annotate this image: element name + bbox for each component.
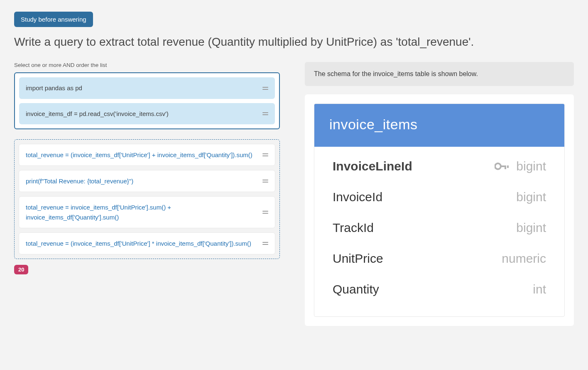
column-type: bigint bbox=[516, 190, 546, 204]
selected-options-box[interactable]: import pandas as pd invoice_items_df = p… bbox=[14, 72, 280, 129]
available-option[interactable]: total_revenue = (invoice_items_df['UnitP… bbox=[19, 144, 275, 166]
schema-column-row: Quantity int bbox=[314, 274, 564, 305]
instruction-text: Select one or more AND order the list bbox=[14, 62, 280, 68]
question-title: Write a query to extract total revenue (… bbox=[14, 35, 574, 49]
drag-handle-icon[interactable] bbox=[262, 180, 268, 183]
schema-column-row: InvoiceId bigint bbox=[314, 182, 564, 212]
available-option[interactable]: print(f"Total Revenue: {total_revenue}") bbox=[19, 170, 275, 192]
column-type: bigint bbox=[516, 221, 546, 235]
schema-table-name: invoice_items bbox=[314, 104, 564, 147]
available-options-box[interactable]: total_revenue = (invoice_items_df['UnitP… bbox=[14, 139, 280, 259]
svg-rect-2 bbox=[505, 165, 506, 169]
primary-key-icon bbox=[495, 162, 510, 170]
available-option[interactable]: total_revenue = invoice_items_df['UnitPr… bbox=[19, 196, 275, 228]
schema-columns: InvoiceLineId bigint InvoiceId bigint Tr… bbox=[314, 147, 564, 316]
schema-note: The schema for the invoice_items table i… bbox=[305, 62, 574, 86]
option-text: print(f"Total Revenue: {total_revenue}") bbox=[26, 176, 133, 186]
available-option[interactable]: total_revenue = (invoice_items_df['UnitP… bbox=[19, 232, 275, 254]
drag-handle-icon[interactable] bbox=[262, 112, 268, 115]
column-name: TrackId bbox=[333, 221, 516, 235]
svg-point-0 bbox=[495, 163, 501, 169]
drag-handle-icon[interactable] bbox=[262, 211, 268, 214]
schema-card: invoice_items InvoiceLineId bigint Invoi… bbox=[314, 104, 565, 317]
column-name: Quantity bbox=[333, 282, 533, 296]
schema-panel: The schema for the invoice_items table i… bbox=[305, 62, 574, 326]
option-text: invoice_items_df = pd.read_csv('invoice_… bbox=[26, 109, 169, 118]
column-type: bigint bbox=[516, 159, 546, 173]
schema-column-row: UnitPrice numeric bbox=[314, 243, 564, 274]
selected-option[interactable]: invoice_items_df = pd.read_csv('invoice_… bbox=[19, 103, 275, 124]
option-text: import pandas as pd bbox=[26, 83, 82, 93]
option-text: total_revenue = invoice_items_df['UnitPr… bbox=[26, 202, 257, 222]
option-text: total_revenue = (invoice_items_df['UnitP… bbox=[26, 150, 252, 160]
drag-handle-icon[interactable] bbox=[262, 242, 268, 245]
selected-option[interactable]: import pandas as pd bbox=[19, 77, 275, 99]
schema-column-row: InvoiceLineId bigint bbox=[314, 151, 564, 182]
column-type: numeric bbox=[502, 252, 546, 266]
schema-card-wrap: invoice_items InvoiceLineId bigint Invoi… bbox=[305, 94, 574, 326]
drag-handle-icon[interactable] bbox=[262, 153, 268, 156]
schema-column-row: TrackId bigint bbox=[314, 212, 564, 243]
score-badge: 20 bbox=[14, 265, 28, 274]
option-text: total_revenue = (invoice_items_df['UnitP… bbox=[26, 239, 251, 248]
column-name: InvoiceId bbox=[333, 190, 516, 204]
study-before-answering-button[interactable]: Study before answering bbox=[14, 12, 93, 27]
drag-handle-icon[interactable] bbox=[262, 87, 268, 90]
svg-rect-3 bbox=[507, 165, 509, 168]
column-name: UnitPrice bbox=[333, 252, 502, 266]
answer-builder-panel: Select one or more AND order the list im… bbox=[14, 62, 280, 274]
column-type: int bbox=[533, 282, 546, 296]
column-name: InvoiceLineId bbox=[333, 159, 495, 173]
